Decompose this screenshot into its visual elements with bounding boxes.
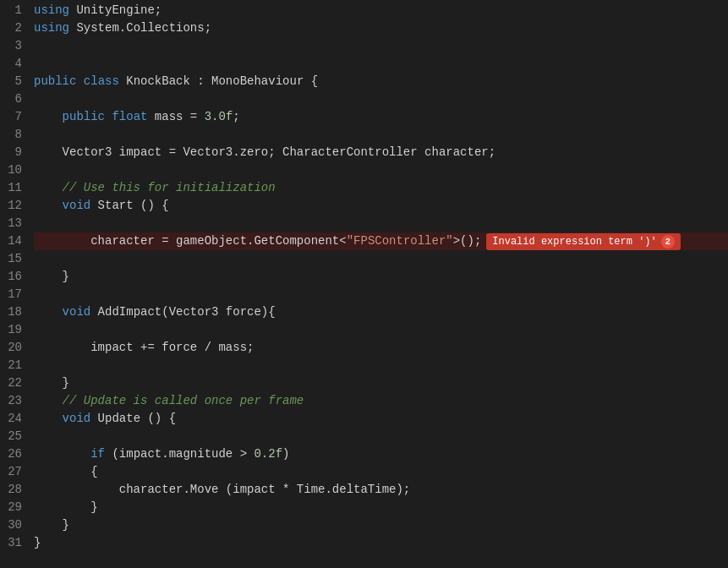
code-line: ​ (34, 55, 728, 73)
token-plain (34, 179, 63, 197)
code-line: } (34, 534, 728, 552)
code-line: ​ (34, 90, 728, 108)
token-kw: class (84, 73, 119, 90)
line-number: 12 (5, 197, 22, 215)
token-plain (34, 303, 63, 321)
code-line: impact += force / mass; (34, 339, 728, 357)
token-plain: System.Collections; (69, 19, 211, 37)
code-content[interactable]: using UnityEngine;using System.Collectio… (30, 2, 728, 552)
line-number: 9 (5, 144, 22, 161)
token-kw: float (112, 108, 147, 126)
code-line: { (34, 463, 728, 481)
line-number: 5 (5, 73, 22, 90)
token-kw: public (63, 108, 105, 126)
line-number: 15 (5, 250, 22, 268)
code-line: void Update () { (34, 410, 728, 428)
token-kw: void (63, 197, 91, 215)
token-plain: >(); (453, 232, 482, 250)
code-line: ​ (34, 161, 728, 179)
code-line: if (impact.magnitude > 0.2f) (34, 445, 728, 463)
token-plain (105, 108, 112, 126)
error-badge: Invalid expression term ')'2 (486, 233, 680, 250)
token-plain: } (34, 516, 69, 534)
token-plain (34, 392, 63, 410)
line-number: 28 (5, 481, 22, 499)
line-number: 17 (5, 286, 22, 303)
code-line: ​ (34, 286, 728, 303)
code-line: ​ (34, 37, 728, 55)
code-line: ​ (34, 321, 728, 339)
code-line: ​ (34, 357, 728, 374)
token-plain: character.Move (impact * Time.deltaTime)… (34, 481, 410, 499)
line-number: 31 (5, 534, 22, 552)
token-plain: (impact.magnitude > (105, 445, 254, 463)
line-number: 16 (5, 268, 22, 286)
line-number: 21 (5, 357, 22, 374)
token-plain (76, 73, 83, 90)
code-line: using UnityEngine; (34, 2, 728, 19)
token-plain: } (34, 499, 98, 516)
token-plain: KnockBack : MonoBehaviour { (119, 73, 318, 90)
token-plain: } (34, 268, 69, 286)
code-line: // Update is called once per frame (34, 392, 728, 410)
line-number: 30 (5, 516, 22, 534)
token-plain: character = gameObject.GetComponent< (34, 232, 347, 250)
line-number: 3 (5, 37, 22, 55)
line-number: 18 (5, 303, 22, 321)
code-line: public class KnockBack : MonoBehaviour { (34, 73, 728, 90)
line-number: 25 (5, 428, 22, 445)
line-number: 8 (5, 126, 22, 144)
line-number: 1 (5, 2, 22, 19)
token-plain: } (34, 374, 69, 392)
token-plain: Start () { (90, 197, 168, 215)
token-comment: // Use this for initialization (63, 179, 276, 197)
token-plain: } (34, 534, 41, 552)
token-plain: { (34, 463, 98, 481)
code-line: ​ (34, 250, 728, 268)
code-editor: 1234567891011121314151617181920212223242… (0, 0, 728, 552)
token-plain: UnityEngine; (69, 2, 161, 19)
token-num: 3.0f (205, 108, 233, 126)
line-number: 19 (5, 321, 22, 339)
line-number: 6 (5, 90, 22, 108)
token-kw: void (63, 410, 91, 428)
line-number-gutter: 1234567891011121314151617181920212223242… (0, 2, 30, 552)
code-line: } (34, 516, 728, 534)
token-kw: using (34, 2, 69, 19)
token-plain: ; (233, 108, 239, 126)
line-number: 24 (5, 410, 22, 428)
token-plain: impact += force / mass; (34, 339, 254, 357)
line-number: 14 (5, 232, 22, 250)
line-number: 22 (5, 374, 22, 392)
token-kw: using (34, 19, 69, 37)
token-plain (34, 410, 63, 428)
line-number: 10 (5, 161, 22, 179)
code-line: character.Move (impact * Time.deltaTime)… (34, 481, 728, 499)
token-plain: mass = (147, 108, 204, 126)
code-line: character = gameObject.GetComponent<"FPS… (34, 232, 728, 250)
code-line: // Use this for initialization (34, 179, 728, 197)
code-line: public float mass = 3.0f; (34, 108, 728, 126)
token-kw: public (34, 73, 76, 90)
token-plain (34, 197, 63, 215)
token-num: 0.2f (254, 445, 282, 463)
token-plain: Vector3 impact = Vector3.zero; Character… (34, 144, 495, 161)
code-line: ​ (34, 215, 728, 232)
line-number: 7 (5, 108, 22, 126)
code-line: } (34, 268, 728, 286)
token-kw: if (90, 445, 105, 463)
line-number: 2 (5, 19, 22, 37)
token-kw: void (63, 303, 91, 321)
token-plain (34, 445, 90, 463)
token-plain: ) (282, 445, 289, 463)
token-plain: Update () { (90, 410, 176, 428)
line-number: 27 (5, 463, 22, 481)
token-comment: // Update is called once per frame (63, 392, 304, 410)
code-line: ​ (34, 428, 728, 445)
code-line: using System.Collections; (34, 19, 728, 37)
code-line: ​ (34, 126, 728, 144)
code-line: void AddImpact(Vector3 force){ (34, 303, 728, 321)
code-line: } (34, 499, 728, 516)
line-number: 13 (5, 215, 22, 232)
line-number: 26 (5, 445, 22, 463)
